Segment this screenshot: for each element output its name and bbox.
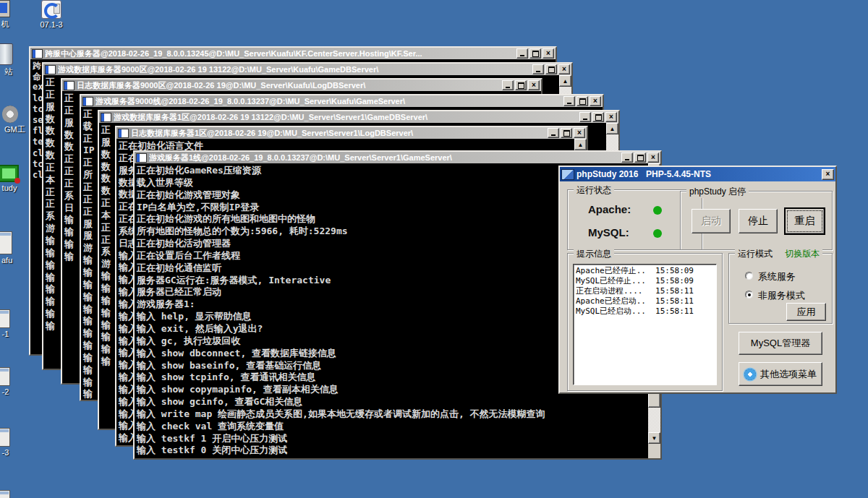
maximize-button[interactable] <box>515 80 527 90</box>
minimize-button[interactable] <box>532 64 544 74</box>
desktop-icon-kuafu[interactable]: afu <box>0 231 12 265</box>
title-bar[interactable]: 日志数据库服务器1区@2018-02-26 19@D:\MU_Server\Se… <box>116 127 587 139</box>
title-bar[interactable]: 游戏服务器1线@2018-02-26_19_8.0.0.13237@D:\MU_… <box>135 152 660 163</box>
desktop-icon-server-1[interactable]: -1 <box>0 309 10 338</box>
phpstudy-icon <box>0 165 19 182</box>
close-icon: × <box>562 66 566 73</box>
console-window-icon <box>118 129 129 138</box>
tip-text: 正在启动进程.... <box>576 286 643 296</box>
desktop-icon-07-1-3[interactable]: 07.1-3 <box>36 0 67 29</box>
desktop-icon-label: tudy <box>0 184 19 192</box>
close-button[interactable]: × <box>574 128 585 138</box>
desktop-icon-server-2[interactable]: -2 <box>0 367 10 396</box>
scrollbar-corner <box>648 444 660 458</box>
close-button[interactable]: × <box>647 153 659 163</box>
restart-button[interactable]: 重启 <box>784 207 825 235</box>
console-line: 输入 check val 查询系统变量值 <box>137 420 646 432</box>
minimize-button[interactable] <box>548 128 559 138</box>
minimize-button[interactable] <box>563 96 575 106</box>
tip-row: MySQL已经启动...15:58:11 <box>576 306 714 317</box>
minimize-icon <box>506 87 510 88</box>
console-shortcut-icon <box>0 490 10 498</box>
maximize-icon <box>532 51 539 57</box>
tip-row: 正在启动进程....15:58:11 <box>576 286 714 296</box>
close-button[interactable]: × <box>558 64 570 74</box>
non-service-mode-radio[interactable] <box>745 291 753 299</box>
tips-group: 提示信息 Apache已经停止..15:58:09 MySQL已经停止...15… <box>567 253 723 391</box>
tip-row: Apache已经停止..15:58:09 <box>576 266 714 276</box>
console-window-icon <box>64 81 75 90</box>
maximize-button[interactable] <box>634 153 646 163</box>
maximize-button[interactable] <box>545 64 557 74</box>
apache-status-indicator <box>653 206 662 215</box>
phpstudy-window[interactable]: phpStudy 2016 PHP-5.4.45-NTS × 运行状态 Apac… <box>558 166 837 394</box>
desktop-icon-label: 机 <box>0 19 10 30</box>
title-bar[interactable]: 游戏服务器9000线@2018-02-26_19_8.0.0.13237@D:\… <box>81 95 603 107</box>
close-button[interactable]: × <box>590 96 601 106</box>
desktop-icon-label: 站 <box>4 66 13 77</box>
switch-version-link[interactable]: 切换版本 <box>785 249 820 259</box>
window-title: 游戏数据库服务器9000区@2018-02-26 19 13122@D:\MU_… <box>58 64 530 75</box>
maximize-button[interactable] <box>561 128 572 138</box>
close-button[interactable]: × <box>528 80 540 90</box>
tip-time: 15:58:11 <box>655 306 714 317</box>
minimize-button[interactable] <box>502 80 514 90</box>
maximize-button[interactable] <box>592 112 604 122</box>
maximize-button[interactable] <box>576 96 588 106</box>
group-label: 运行状态 <box>574 184 614 197</box>
title-bar[interactable]: phpStudy 2016 PHP-5.4.45-NTS × <box>560 167 835 181</box>
mysql-admin-button[interactable]: MySQL管理器 <box>739 332 822 355</box>
system-service-radio[interactable] <box>745 272 753 280</box>
desktop-icon-label: -1 <box>1 330 10 338</box>
mysql-status-label: MySQL: <box>588 226 629 239</box>
title-bar[interactable]: 日志数据库服务器9000区@2018-02-26 19@D:\MU_Server… <box>62 80 541 91</box>
minimize-button[interactable] <box>516 48 528 59</box>
scroll-up-button[interactable]: ▲ <box>606 123 618 134</box>
tip-row: Apache已经启动..15:58:11 <box>576 296 714 306</box>
desktop-icon-gm-tool[interactable]: GM工 <box>0 106 25 135</box>
stop-button[interactable]: 停止 <box>739 209 778 233</box>
other-options-label: 其他选项菜单 <box>760 368 817 381</box>
console-line: 输入 testkf 0 关闭中心压力测试 <box>137 444 646 456</box>
scroll-up-button[interactable]: ▲ <box>559 75 571 87</box>
close-icon: × <box>593 98 597 105</box>
desktop-icon-server-3[interactable]: -3 <box>0 428 10 457</box>
title-bar[interactable]: 跨服中心服务器@2018-02-26_19_8.0.0.13245@D:\MU_… <box>30 48 556 59</box>
desktop-icon-label: GM工 <box>4 124 25 135</box>
maximize-button[interactable] <box>529 48 541 59</box>
desktop-icon-computer[interactable]: 机 <box>0 0 10 30</box>
desktop-icon-recycle-bin[interactable]: 站 <box>0 43 13 77</box>
tip-time: 15:58:09 <box>655 276 714 286</box>
minimize-button[interactable] <box>579 112 591 122</box>
title-bar[interactable]: 游戏数据库服务器9000区@2018-02-26 19 13122@D:\MU_… <box>43 64 571 75</box>
tip-time: 15:58:11 <box>655 286 714 296</box>
maximize-icon <box>595 114 602 121</box>
scroll-up-button[interactable]: ▲ <box>574 139 587 150</box>
close-button[interactable]: × <box>542 48 554 59</box>
non-service-mode-label: 非服务模式 <box>758 289 805 302</box>
tips-listbox[interactable]: Apache已经停止..15:58:09 MySQL已经停止...15:58:0… <box>573 264 717 385</box>
desktop-icon-label: -2 <box>1 387 10 396</box>
window-title: 游戏服务器9000线@2018-02-26_19_8.0.0.13237@D:\… <box>95 96 561 107</box>
console-shortcut-icon <box>0 367 10 386</box>
minimize-icon <box>551 134 556 136</box>
minimize-icon <box>567 103 571 104</box>
scroll-down-button[interactable]: ▼ <box>648 432 660 444</box>
minimize-button[interactable] <box>621 153 633 163</box>
maximize-icon <box>563 130 570 137</box>
minimize-icon <box>536 71 540 72</box>
group-label: phpStudy 启停 <box>686 186 749 198</box>
other-options-button[interactable]: 其他选项菜单 <box>739 362 822 386</box>
run-mode-label: 运行模式 <box>738 249 773 259</box>
close-icon: × <box>651 154 655 161</box>
title-bar[interactable]: 游戏数据库服务器1区@2018-02-26 19 13122@D:\MU_Ser… <box>99 111 618 123</box>
maximize-icon <box>548 66 555 73</box>
close-button[interactable]: × <box>605 112 617 122</box>
console-shortcut-icon <box>0 231 12 254</box>
start-button[interactable]: 启动 <box>692 209 731 233</box>
apply-button[interactable]: 应用 <box>786 303 826 321</box>
close-button[interactable]: × <box>822 169 834 180</box>
tip-text: MySQL已经启动... <box>576 306 646 317</box>
desktop-icon-phpstudy[interactable]: tudy <box>0 165 19 192</box>
desktop-icon-partial[interactable] <box>0 490 10 498</box>
